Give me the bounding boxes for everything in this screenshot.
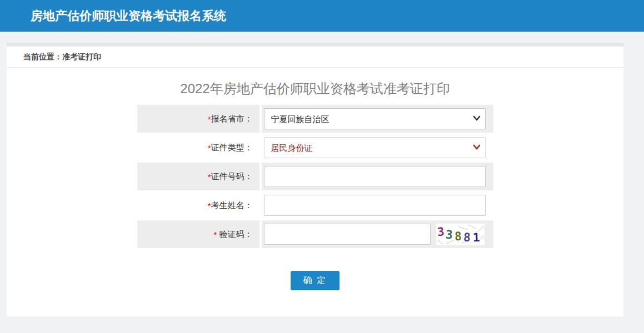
captcha-digit: 8: [463, 231, 471, 245]
confirm-button[interactable]: 确 定: [291, 271, 340, 290]
form-row-name: *考生姓名：: [137, 191, 493, 219]
province-select[interactable]: 宁夏回族自治区: [264, 108, 486, 129]
province-select-wrap: 宁夏回族自治区: [264, 108, 486, 129]
captcha-label-text: 验证码：: [217, 229, 252, 240]
captcha-label: * 验证码：: [137, 220, 262, 248]
breadcrumb: 当前位置：准考证打印: [7, 47, 623, 68]
captcha-image[interactable]: 3 3 8 8 1: [436, 224, 485, 245]
id-type-label: *证件类型：: [137, 134, 262, 162]
id-type-field-cell: 居民身份证: [262, 134, 493, 162]
form-row-province: *报名省市： 宁夏回族自治区: [137, 105, 493, 133]
form-row-captcha: * 验证码： 3 3 8 8 1: [137, 220, 493, 248]
captcha-digit: 3: [445, 228, 453, 242]
name-field-cell: [262, 191, 493, 219]
captcha-digit: 8: [454, 230, 462, 244]
app-title: 房地产估价师职业资格考试报名系统: [0, 0, 644, 32]
form-row-id-number: *证件号码：: [137, 163, 493, 190]
name-input[interactable]: [264, 195, 486, 216]
id-type-select[interactable]: 居民身份证: [264, 137, 486, 158]
name-label-text: 考生姓名：: [211, 200, 253, 211]
app-header: 房地产估价师职业资格考试报名系统: [0, 0, 644, 32]
form-row-id-type: *证件类型： 居民身份证: [137, 134, 493, 162]
province-label-text: 报名省市：: [211, 114, 253, 124]
name-label: *考生姓名：: [137, 191, 262, 219]
id-number-label-text: 证件号码：: [211, 171, 253, 182]
submit-area: 确 定: [7, 271, 623, 290]
captcha-digit: 1: [472, 231, 480, 244]
province-label: *报名省市：: [137, 105, 262, 133]
captcha-digit: 3: [436, 225, 445, 239]
content-panel: 当前位置：准考证打印 2022年房地产估价师职业资格考试准考证打印 *报名省市：…: [7, 43, 623, 316]
id-number-field-cell: [262, 163, 493, 190]
id-type-label-text: 证件类型：: [211, 143, 253, 153]
id-number-input[interactable]: [264, 166, 486, 187]
province-field-cell: 宁夏回族自治区: [262, 105, 493, 133]
id-type-select-wrap: 居民身份证: [264, 137, 486, 158]
page-title: 2022年房地产估价师职业资格考试准考证打印: [7, 81, 623, 97]
captcha-input[interactable]: [264, 224, 431, 245]
captcha-field-cell: 3 3 8 8 1: [262, 220, 493, 248]
admission-ticket-form: *报名省市： 宁夏回族自治区 *证件类型： 居民身份证: [137, 105, 493, 248]
id-number-label: *证件号码：: [137, 163, 262, 190]
